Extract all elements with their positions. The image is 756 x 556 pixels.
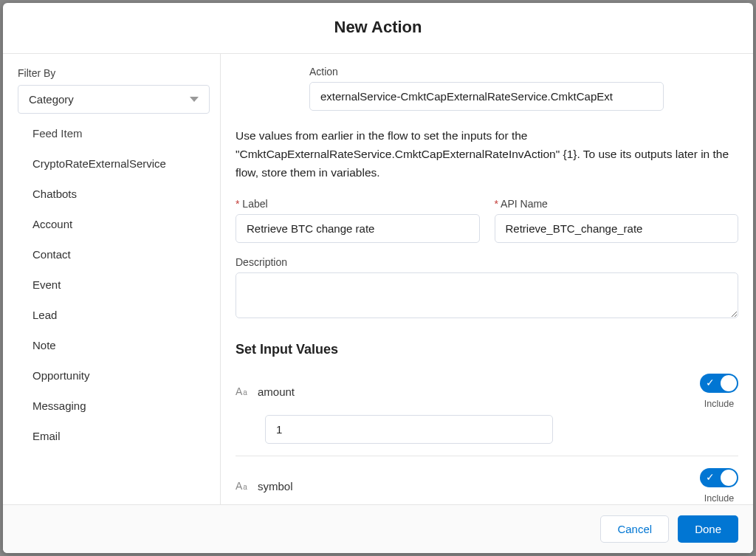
include-toggle-symbol[interactable]: ✓ — [700, 468, 738, 487]
modal-footer: Cancel Done — [3, 504, 753, 553]
include-label: Include — [700, 493, 738, 504]
sidebar-item-chatbots[interactable]: Chatbots — [18, 179, 205, 209]
chevron-down-icon — [190, 97, 199, 102]
sidebar-item-messaging[interactable]: Messaging — [18, 391, 205, 421]
filter-category-value: Category — [29, 93, 74, 106]
sidebar-item-event[interactable]: Event — [18, 270, 205, 300]
new-action-modal: New Action Filter By Category Feed Item … — [3, 3, 753, 553]
text-type-icon: Aa — [236, 480, 249, 492]
include-toggle-amount[interactable]: ✓ — [700, 374, 738, 393]
sidebar-item-feed-item[interactable]: Feed Item — [18, 127, 205, 148]
modal-title: New Action — [3, 3, 753, 54]
modal-body: Filter By Category Feed Item CryptoRateE… — [3, 54, 753, 504]
text-type-icon: Aa — [236, 385, 249, 397]
label-field-input[interactable] — [236, 214, 480, 243]
action-field-label: Action — [309, 66, 664, 78]
check-icon: ✓ — [706, 377, 715, 388]
check-icon: ✓ — [706, 472, 715, 482]
param-name-symbol: symbol — [258, 480, 293, 492]
sidebar-item-opportunity[interactable]: Opportunity — [18, 360, 205, 391]
param-name-amount: amount — [258, 385, 295, 398]
filter-sidebar: Filter By Category Feed Item CryptoRateE… — [3, 54, 221, 504]
help-text: Use values from earlier in the flow to s… — [236, 127, 738, 182]
input-values-header: Set Input Values — [236, 342, 738, 357]
sidebar-item-email[interactable]: Email — [18, 421, 205, 451]
param-value-amount[interactable] — [265, 415, 553, 444]
toggle-knob — [721, 375, 737, 391]
filter-by-label: Filter By — [18, 67, 205, 79]
sidebar-item-note[interactable]: Note — [18, 330, 205, 360]
filter-category-dropdown[interactable]: Category — [18, 85, 210, 114]
cancel-button[interactable]: Cancel — [600, 515, 669, 543]
api-name-field-input[interactable] — [495, 214, 739, 243]
api-name-field-label: API Name — [495, 198, 739, 210]
done-button[interactable]: Done — [678, 515, 738, 543]
toggle-knob — [721, 470, 737, 486]
description-field-label: Description — [236, 256, 738, 268]
category-list: Feed Item CryptoRateExternalService Chat… — [18, 127, 205, 504]
label-field-label: Label — [236, 198, 480, 210]
action-field-input[interactable] — [309, 82, 664, 111]
main-panel: Action Use values from earlier in the fl… — [221, 54, 753, 504]
sidebar-item-cryptorate[interactable]: CryptoRateExternalService — [18, 148, 205, 179]
input-param-amount: Aa amount ✓ Include — [236, 374, 738, 456]
include-label: Include — [700, 399, 738, 409]
sidebar-item-account[interactable]: Account — [18, 209, 205, 239]
description-field-input[interactable] — [236, 272, 738, 318]
sidebar-item-contact[interactable]: Contact — [18, 239, 205, 270]
sidebar-item-lead[interactable]: Lead — [18, 300, 205, 330]
input-param-symbol: Aa symbol ✓ Include — [236, 468, 738, 504]
